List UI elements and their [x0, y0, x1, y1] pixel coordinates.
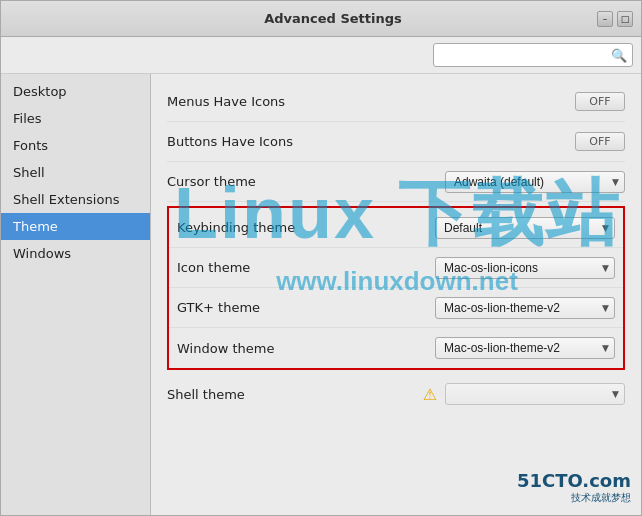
cursor-theme-select-wrap: Adwaita (default) DMZ-Black DMZ-White [445, 171, 625, 193]
setting-label-window-theme: Window theme [177, 341, 377, 356]
setting-row-shell-theme: Shell theme ⚠ [167, 374, 625, 414]
toggle-menus-have-icons[interactable]: OFF [575, 92, 625, 111]
window-title: Advanced Settings [69, 11, 597, 26]
main-window: Advanced Settings – □ 🔍 Desktop Files Fo… [0, 0, 642, 516]
setting-control-cursor-theme: Adwaita (default) DMZ-Black DMZ-White [367, 171, 625, 193]
search-input[interactable] [433, 43, 633, 67]
setting-control-icon-theme: Mac-os-lion-icons gnome hicolor [377, 257, 615, 279]
setting-row-gtk-theme: GTK+ theme Mac-os-lion-theme-v2 Adwaita … [169, 288, 623, 328]
sidebar-item-windows[interactable]: Windows [1, 240, 150, 267]
setting-label-menus-have-icons: Menus Have Icons [167, 94, 367, 109]
warning-icon: ⚠ [423, 385, 437, 404]
sidebar-item-files[interactable]: Files [1, 105, 150, 132]
titlebar: Advanced Settings – □ [1, 1, 641, 37]
setting-label-keybinding-theme: Keybinding theme [177, 220, 377, 235]
setting-control-menus-have-icons: OFF [367, 92, 625, 111]
sidebar: Desktop Files Fonts Shell Shell Extensio… [1, 74, 151, 515]
setting-label-shell-theme: Shell theme [167, 387, 367, 402]
setting-control-keybinding-theme: Default Emacs [377, 217, 615, 239]
setting-row-menus-have-icons: Menus Have Icons OFF [167, 82, 625, 122]
settings-list: Menus Have Icons OFF Buttons Have Icons … [151, 74, 641, 422]
setting-row-window-theme: Window theme Mac-os-lion-theme-v2 Adwait… [169, 328, 623, 368]
window-theme-select-wrap: Mac-os-lion-theme-v2 Adwaita HighContras… [435, 337, 615, 359]
sidebar-item-desktop[interactable]: Desktop [1, 78, 150, 105]
setting-row-icon-theme: Icon theme Mac-os-lion-icons gnome hicol… [169, 248, 623, 288]
setting-row-buttons-have-icons: Buttons Have Icons OFF [167, 122, 625, 162]
setting-control-gtk-theme: Mac-os-lion-theme-v2 Adwaita HighContras… [377, 297, 615, 319]
setting-control-buttons-have-icons: OFF [367, 132, 625, 151]
theme-box: Keybinding theme Default Emacs [167, 206, 625, 370]
shell-theme-select-wrap [445, 383, 625, 405]
icon-theme-select[interactable]: Mac-os-lion-icons gnome hicolor [435, 257, 615, 279]
sidebar-item-fonts[interactable]: Fonts [1, 132, 150, 159]
setting-row-cursor-theme: Cursor theme Adwaita (default) DMZ-Black… [167, 162, 625, 202]
gtk-theme-select[interactable]: Mac-os-lion-theme-v2 Adwaita HighContras… [435, 297, 615, 319]
content-area: Menus Have Icons OFF Buttons Have Icons … [151, 74, 641, 515]
search-icon: 🔍 [611, 48, 627, 63]
gtk-theme-select-wrap: Mac-os-lion-theme-v2 Adwaita HighContras… [435, 297, 615, 319]
toggle-buttons-have-icons[interactable]: OFF [575, 132, 625, 151]
search-wrap: 🔍 [433, 43, 633, 67]
minimize-button[interactable]: – [597, 11, 613, 27]
keybinding-theme-select-wrap: Default Emacs [435, 217, 615, 239]
searchbar: 🔍 [1, 37, 641, 74]
setting-label-buttons-have-icons: Buttons Have Icons [167, 134, 367, 149]
sidebar-item-theme[interactable]: Theme [1, 213, 150, 240]
setting-control-shell-theme: ⚠ [367, 383, 625, 405]
setting-label-cursor-theme: Cursor theme [167, 174, 367, 189]
setting-control-window-theme: Mac-os-lion-theme-v2 Adwaita HighContras… [377, 337, 615, 359]
setting-label-icon-theme: Icon theme [177, 260, 377, 275]
keybinding-theme-select[interactable]: Default Emacs [435, 217, 615, 239]
sidebar-item-shell[interactable]: Shell [1, 159, 150, 186]
window-theme-select[interactable]: Mac-os-lion-theme-v2 Adwaita HighContras… [435, 337, 615, 359]
setting-label-gtk-theme: GTK+ theme [177, 300, 377, 315]
icon-theme-select-wrap: Mac-os-lion-icons gnome hicolor [435, 257, 615, 279]
maximize-button[interactable]: □ [617, 11, 633, 27]
setting-row-keybinding-theme: Keybinding theme Default Emacs [169, 208, 623, 248]
main-area: Desktop Files Fonts Shell Shell Extensio… [1, 74, 641, 515]
window-controls: – □ [597, 11, 633, 27]
cursor-theme-select[interactable]: Adwaita (default) DMZ-Black DMZ-White [445, 171, 625, 193]
shell-theme-select[interactable] [445, 383, 625, 405]
sidebar-item-shell-extensions[interactable]: Shell Extensions [1, 186, 150, 213]
